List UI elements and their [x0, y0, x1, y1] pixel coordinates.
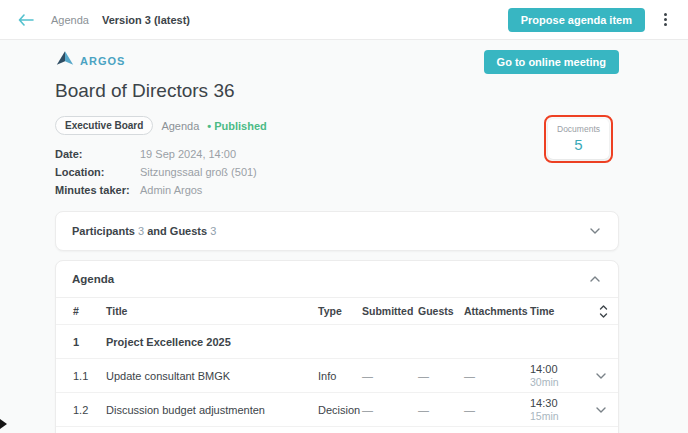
row-number: 1.1 [73, 370, 106, 382]
chevron-down-icon[interactable] [586, 405, 608, 415]
date-value: 19 Sep 2024, 14:00 [140, 148, 236, 160]
argos-logo-text: ARGOS [80, 55, 125, 67]
date-label: Date: [55, 148, 140, 160]
expand-collapse-all-icon[interactable] [586, 305, 608, 318]
minutes-taker-row: Minutes taker: Admin Argos [55, 184, 267, 196]
row-number: 1.2 [73, 404, 106, 416]
row-title: Project Excellence 2025 [106, 336, 318, 348]
row-type: Decision [318, 404, 362, 416]
row-attachments: — [464, 404, 530, 416]
back-arrow-icon[interactable] [18, 14, 34, 26]
location-value: Sitzungssaal groß (501) [140, 166, 257, 178]
participants-summary: Participants 3 and Guests 3 [72, 225, 216, 237]
minutes-taker-value: Admin Argos [140, 184, 202, 196]
page-content: ARGOS Board of Directors 36 Executive Bo… [0, 40, 688, 433]
breadcrumb[interactable]: Agenda [51, 14, 89, 26]
agenda-panel: Agenda # Title Type Submitted Guests Att… [55, 260, 619, 433]
go-to-online-meeting-button[interactable]: Go to online meeting [484, 50, 619, 74]
top-bar: Agenda Version 3 (latest) Propose agenda… [0, 0, 688, 40]
location-row: Location: Sitzungssaal groß (501) [55, 166, 267, 178]
documents-label: Documents [557, 124, 600, 134]
guests-count: 3 [210, 225, 216, 237]
row-title: Discussion budget adjustmenten [106, 404, 318, 416]
page-title: Board of Directors 36 [55, 80, 267, 102]
argos-logo: ARGOS [55, 50, 267, 71]
documents-annotation-highlight: Documents 5 [544, 115, 613, 163]
documents-card[interactable]: Documents 5 [548, 119, 609, 159]
agenda-title: Agenda [72, 273, 114, 285]
row-number: 1 [73, 336, 106, 348]
row-guests: — [418, 370, 464, 382]
row-time: 14:00 30min [530, 363, 586, 389]
version-label[interactable]: Version 3 (latest) [102, 14, 190, 26]
table-row[interactable]: 2 Finance Report Info — 1 1 14:45 [56, 427, 618, 433]
propose-agenda-item-button[interactable]: Propose agenda item [508, 8, 645, 32]
row-duration: 30min [530, 376, 559, 388]
agenda-table-header: # Title Type Submitted Guests Attachment… [56, 298, 618, 325]
column-type: Type [318, 305, 362, 317]
row-title: Update consultant BMGK [106, 370, 318, 382]
row-submitted: — [362, 370, 418, 382]
cursor-artifact [0, 419, 7, 429]
participants-count: 3 [138, 225, 144, 237]
row-guests: — [418, 404, 464, 416]
chevron-down-icon[interactable] [588, 226, 602, 236]
row-duration: 15min [530, 410, 559, 422]
row-type: Info [318, 370, 362, 382]
argos-logo-icon [55, 50, 75, 71]
column-num: # [73, 305, 106, 317]
table-row[interactable]: 1.2 Discussion budget adjustmenten Decis… [56, 393, 618, 427]
chevron-down-icon[interactable] [586, 371, 608, 381]
row-time: 14:30 15min [530, 397, 586, 423]
row-submitted: — [362, 404, 418, 416]
documents-count: 5 [557, 136, 600, 153]
participants-label: Participants [72, 225, 135, 237]
column-title: Title [106, 305, 318, 317]
meeting-header: ARGOS Board of Directors 36 Executive Bo… [55, 50, 619, 202]
column-time: Time [530, 305, 586, 317]
board-badge: Executive Board [55, 116, 153, 135]
participants-panel[interactable]: Participants 3 and Guests 3 [55, 211, 619, 251]
table-row[interactable]: 1.1 Update consultant BMGK Info — — — 14… [56, 359, 618, 393]
column-attachments: Attachments [464, 305, 530, 317]
column-guests: Guests [418, 305, 464, 317]
row-attachments: — [464, 370, 530, 382]
and-label: and [147, 225, 167, 237]
status-badge: •Published [207, 120, 266, 132]
location-label: Location: [55, 166, 140, 178]
chevron-up-icon[interactable] [588, 274, 602, 284]
agenda-panel-header[interactable]: Agenda [56, 261, 618, 298]
table-row[interactable]: 1 Project Excellence 2025 [56, 325, 618, 359]
kebab-menu-icon[interactable] [659, 9, 672, 30]
minutes-taker-label: Minutes taker: [55, 184, 140, 196]
doc-type-label: Agenda [161, 120, 199, 132]
guests-label: Guests [170, 225, 207, 237]
column-submitted: Submitted [362, 305, 418, 317]
date-row: Date: 19 Sep 2024, 14:00 [55, 148, 267, 160]
